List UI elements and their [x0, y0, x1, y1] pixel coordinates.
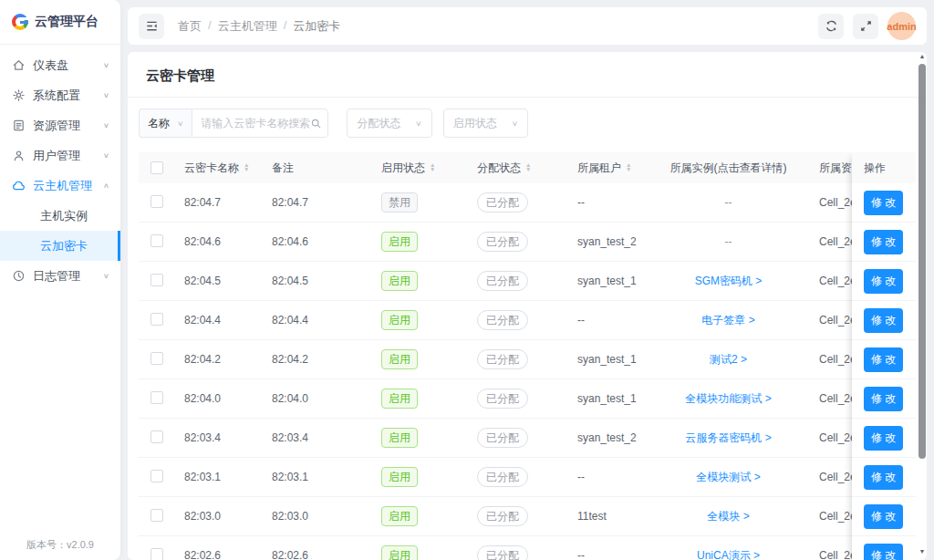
tenant-cell: -- [566, 314, 649, 327]
enable-status-badge: 启用 [381, 232, 418, 253]
instance-cell: 全模块 > [649, 509, 808, 524]
instance-link[interactable]: SGM密码机 > [695, 275, 763, 287]
fullscreen-button[interactable] [853, 14, 878, 39]
alloc-status-badge: 已分配 [477, 506, 528, 527]
sidebar-item-document[interactable]: 资源管理 ∨ [0, 110, 120, 140]
edit-button[interactable]: 修 改 [864, 230, 903, 254]
instance-cell: -- [649, 235, 808, 248]
table-row: 82:03.0 82:03.0 启用 已分配 11test 全模块 > Cell… [139, 497, 916, 536]
tenant-cell: -- [566, 196, 649, 209]
refresh-button[interactable] [818, 14, 844, 39]
instance-cell: 全模块测试 > [649, 470, 808, 485]
scroll-down-arrow[interactable]: ▼ [918, 548, 927, 555]
table-row: 82:03.1 82:03.1 启用 已分配 -- 全模块测试 > Cell_2… [139, 458, 916, 497]
chevron-down-icon: ∨ [512, 119, 518, 128]
select-all-checkbox[interactable] [150, 161, 163, 174]
enable-status-badge: 启用 [381, 271, 418, 292]
col-remark: 备注 [261, 161, 370, 176]
edit-button[interactable]: 修 改 [864, 544, 903, 560]
col-alloc-status[interactable]: 分配状态▲▼ [466, 161, 566, 176]
instance-link[interactable]: 全模块测试 > [696, 471, 760, 483]
row-checkbox[interactable] [150, 548, 163, 560]
refresh-icon [825, 19, 838, 33]
col-enable-status[interactable]: 启用状态▲▼ [370, 161, 466, 176]
edit-button[interactable]: 修 改 [864, 347, 903, 372]
alloc-status-badge: 已分配 [477, 467, 528, 488]
row-checkbox[interactable] [150, 274, 163, 286]
avatar[interactable]: admin [887, 12, 916, 40]
tenant-cell: 11test [566, 510, 649, 523]
scroll-up-arrow[interactable]: ▲ [918, 53, 927, 59]
instance-link[interactable]: 全模块功能测试 > [685, 392, 771, 405]
edit-button[interactable]: 修 改 [864, 426, 903, 451]
row-checkbox[interactable] [150, 509, 163, 522]
tenant-cell: syan_test_1 [566, 275, 649, 287]
tenant-cell: -- [566, 549, 649, 560]
sidebar: 云管理平台 仪表盘 ∨ 系统配置 ∨ 资源管理 ∨ 用户管理 ∨ 云主机管理 ∧… [0, 0, 120, 560]
scrollbar-thumb[interactable] [918, 64, 926, 459]
edit-button[interactable]: 修 改 [864, 308, 903, 333]
instance-link[interactable]: 电子签章 > [701, 314, 754, 327]
sidebar-item-home[interactable]: 仪表盘 ∨ [0, 50, 120, 80]
instance-link[interactable]: 云服务器密码机 > [685, 431, 771, 444]
sidebar-subitem[interactable]: 主机实例 [0, 201, 120, 231]
alloc-status-badge: 已分配 [477, 428, 528, 449]
row-checkbox[interactable] [150, 470, 163, 482]
alloc-status-badge: 已分配 [477, 310, 528, 331]
collapse-sidebar-button[interactable] [139, 14, 164, 39]
row-checkbox[interactable] [150, 195, 163, 208]
col-name[interactable]: 云密卡名称▲▼ [173, 161, 261, 176]
table-row: 82:04.5 82:04.5 启用 已分配 syan_test_1 SGM密码… [139, 262, 916, 301]
remark-cell: 82:03.4 [261, 431, 370, 444]
instance-cell: -- [649, 196, 808, 209]
edit-button[interactable]: 修 改 [864, 269, 903, 294]
remark-cell: 82:02.6 [261, 549, 370, 560]
row-checkbox[interactable] [150, 234, 163, 247]
sidebar-item-users[interactable]: 用户管理 ∨ [0, 140, 120, 171]
instance-link[interactable]: UniCA演示 > [697, 549, 760, 560]
search-field-select[interactable]: 名称 ∨ [139, 109, 192, 138]
search-icon[interactable] [310, 118, 322, 130]
breadcrumb-home[interactable]: 首页 [178, 18, 202, 35]
edit-button[interactable]: 修 改 [864, 191, 903, 215]
search-input[interactable]: 请输入云密卡名称搜索 [192, 109, 328, 138]
edit-button[interactable]: 修 改 [864, 504, 903, 529]
sort-icon: ▲▼ [626, 163, 631, 172]
col-tenant[interactable]: 所属租户▲▼ [566, 161, 649, 176]
row-checkbox[interactable] [150, 352, 163, 365]
row-checkbox[interactable] [150, 313, 163, 326]
edit-button[interactable]: 修 改 [864, 387, 903, 411]
edit-button[interactable]: 修 改 [864, 465, 903, 490]
sidebar-item-cloud[interactable]: 云主机管理 ∧ [0, 171, 120, 201]
instance-cell: 测试2 > [649, 352, 808, 368]
sidebar-menu: 仪表盘 ∨ 系统配置 ∨ 资源管理 ∨ 用户管理 ∨ 云主机管理 ∧ 主机实例云… [0, 45, 120, 296]
sort-icon: ▲▼ [430, 163, 435, 172]
sort-icon: ▲▼ [244, 163, 249, 172]
enable-status-select[interactable]: 启用状态 ∨ [443, 109, 528, 138]
content-card: 云密卡管理 名称 ∨ 请输入云密卡名称搜索 分配状态 ∨ 启用状态 [128, 52, 927, 560]
home-icon [12, 58, 26, 72]
card-name-cell: 82:04.5 [173, 275, 261, 287]
tenant-cell: syan_test_1 [566, 353, 649, 366]
instance-cell: 电子签章 > [649, 313, 808, 328]
remark-cell: 82:03.0 [261, 510, 370, 523]
alloc-status-badge: 已分配 [477, 192, 528, 213]
table-row: 82:04.7 82:04.7 禁用 已分配 -- -- Cell_2e9 [139, 183, 916, 223]
sidebar-item-gear[interactable]: 系统配置 ∨ [0, 80, 120, 110]
remark-cell: 82:04.5 [261, 275, 370, 287]
fullscreen-icon [859, 19, 873, 33]
table-row: 82:04.6 82:04.6 启用 已分配 syan_test_2 -- Ce… [139, 223, 916, 262]
alloc-status-select[interactable]: 分配状态 ∨ [347, 109, 431, 138]
clock-icon [12, 269, 26, 283]
row-checkbox[interactable] [150, 430, 163, 443]
col-instance: 所属实例(点击查看详情) [649, 161, 808, 176]
sidebar-item-clock[interactable]: 日志管理 ∨ [0, 261, 120, 291]
row-checkbox[interactable] [150, 391, 163, 404]
instance-link[interactable]: 全模块 > [707, 510, 749, 523]
sidebar-subitem[interactable]: 云加密卡 [0, 231, 120, 261]
instance-link[interactable]: 测试2 > [710, 353, 747, 366]
breadcrumb-host-mgmt[interactable]: 云主机管理 [218, 18, 277, 35]
card-name-cell: 82:04.4 [173, 314, 261, 327]
action-fixed-column: 操作 修 改修 改修 改修 改修 改修 改修 改修 改修 改修 改 [852, 152, 916, 560]
table-row: 82:04.0 82:04.0 启用 已分配 syan_test_1 全模块功能… [139, 379, 916, 419]
